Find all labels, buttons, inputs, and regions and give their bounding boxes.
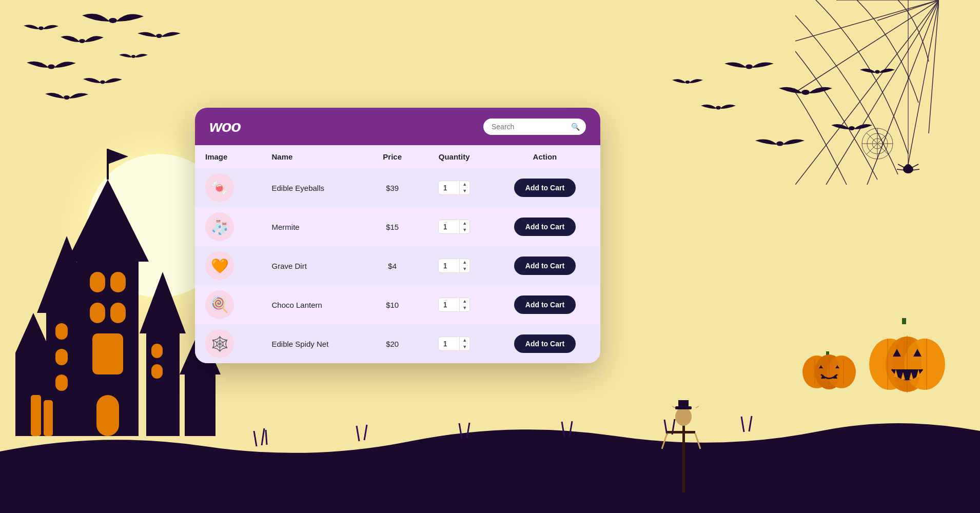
quantity-stepper[interactable]: ▲ ▼: [438, 337, 470, 351]
product-image-cell: 🍭: [195, 285, 261, 324]
svg-point-24: [79, 39, 85, 43]
product-qty-cell: ▲ ▼: [419, 246, 489, 285]
svg-point-37: [875, 70, 880, 74]
svg-line-2: [867, 0, 939, 185]
svg-point-84: [802, 356, 831, 388]
svg-line-12: [898, 164, 906, 168]
col-header-qty: Quantity: [419, 145, 489, 168]
svg-rect-77: [667, 431, 695, 433]
svg-rect-47: [110, 272, 126, 292]
svg-point-97: [886, 337, 929, 392]
product-action-cell: Add to Cart: [489, 168, 600, 207]
product-qty-cell: ▲ ▼: [419, 324, 489, 363]
svg-rect-46: [90, 272, 105, 292]
qty-up-btn[interactable]: ▲: [460, 259, 469, 266]
svg-marker-39: [67, 180, 149, 262]
svg-point-32: [801, 90, 810, 95]
svg-rect-79: [675, 406, 692, 409]
qty-up-btn[interactable]: ▲: [460, 337, 469, 344]
qty-input-5[interactable]: [439, 338, 459, 350]
product-image-cell: 🧦: [195, 207, 261, 246]
product-price-cell: $4: [366, 246, 419, 285]
svg-point-31: [746, 65, 753, 69]
haunted-house: [15, 118, 221, 436]
table-row: 🧦 Mermite $15 ▲ ▼ Add to Cart: [195, 207, 600, 246]
svg-rect-95: [902, 318, 906, 324]
qty-down-btn[interactable]: ▼: [460, 344, 469, 350]
svg-rect-53: [55, 374, 68, 391]
svg-rect-61: [31, 395, 41, 436]
svg-marker-104: [913, 349, 922, 357]
product-price-cell: $15: [366, 207, 419, 246]
product-price-cell: $20: [366, 324, 419, 363]
product-image: 🍭: [205, 290, 234, 319]
svg-rect-56: [96, 395, 119, 436]
qty-input-4[interactable]: [439, 299, 459, 311]
qty-up-btn[interactable]: ▲: [460, 181, 469, 188]
qty-down-btn[interactable]: ▼: [460, 266, 469, 272]
svg-line-82: [696, 406, 699, 408]
product-qty-cell: ▲ ▼: [419, 207, 489, 246]
product-qty-cell: ▲ ▼: [419, 168, 489, 207]
add-to-cart-button[interactable]: Add to Cart: [514, 218, 576, 236]
product-image: 🧦: [205, 212, 234, 241]
qty-arrows: ▲ ▼: [459, 337, 469, 350]
svg-marker-103: [893, 349, 901, 357]
qty-up-btn[interactable]: ▲: [460, 298, 469, 305]
search-input[interactable]: [483, 119, 586, 135]
qty-arrows: ▲ ▼: [459, 259, 469, 272]
quantity-stepper[interactable]: ▲ ▼: [438, 220, 470, 234]
svg-marker-45: [140, 272, 186, 333]
qty-down-btn[interactable]: ▼: [460, 188, 469, 194]
svg-point-11: [905, 164, 911, 169]
product-action-cell: Add to Cart: [489, 324, 600, 363]
svg-rect-57: [15, 364, 51, 436]
svg-point-36: [685, 81, 690, 84]
bats-left: [0, 0, 205, 154]
svg-marker-108: [916, 369, 920, 377]
svg-rect-49: [110, 303, 126, 323]
svg-line-14: [911, 164, 918, 168]
svg-point-87: [819, 354, 839, 389]
svg-line-71: [570, 421, 572, 437]
svg-point-28: [131, 55, 135, 58]
quantity-stepper[interactable]: ▲ ▼: [438, 298, 470, 312]
svg-line-1: [826, 0, 939, 185]
product-qty-cell: ▲ ▼: [419, 285, 489, 324]
product-image: 🕸️: [205, 329, 234, 358]
add-to-cart-button[interactable]: Add to Cart: [514, 334, 576, 353]
qty-input-1[interactable]: [439, 182, 459, 194]
col-header-name: Name: [261, 145, 366, 168]
svg-marker-105: [894, 369, 898, 377]
svg-rect-76: [682, 421, 685, 492]
svg-marker-93: [821, 374, 825, 379]
add-to-cart-button[interactable]: Add to Cart: [514, 295, 576, 314]
svg-rect-52: [55, 349, 68, 365]
svg-rect-38: [77, 262, 139, 436]
svg-rect-42: [46, 313, 87, 436]
quantity-stepper[interactable]: ▲ ▼: [438, 181, 470, 195]
svg-point-35: [776, 142, 783, 146]
product-price-cell: $10: [366, 285, 419, 324]
add-to-cart-button[interactable]: Add to Cart: [514, 256, 576, 275]
svg-line-63: [254, 431, 257, 446]
qty-input-2[interactable]: [439, 221, 459, 233]
add-to-cart-button[interactable]: Add to Cart: [514, 179, 576, 197]
svg-line-69: [467, 423, 469, 438]
qty-down-btn[interactable]: ▼: [460, 305, 469, 311]
quantity-stepper[interactable]: ▲ ▼: [438, 259, 470, 273]
svg-line-73: [672, 419, 675, 435]
qty-input-3[interactable]: [439, 260, 459, 272]
svg-line-13: [897, 169, 906, 170]
svg-line-15: [911, 169, 919, 170]
qty-up-btn[interactable]: ▲: [460, 220, 469, 227]
product-price-cell: $39: [366, 168, 419, 207]
qty-down-btn[interactable]: ▼: [460, 227, 469, 233]
svg-line-81: [672, 406, 675, 408]
col-header-image: Image: [195, 145, 261, 168]
qty-arrows: ▲ ▼: [459, 298, 469, 311]
table-header-row: Image Name Price Quantity Action: [195, 145, 600, 168]
product-image-cell: 🍬: [195, 168, 261, 207]
svg-point-96: [869, 339, 910, 390]
qty-arrows: ▲ ▼: [459, 220, 469, 233]
